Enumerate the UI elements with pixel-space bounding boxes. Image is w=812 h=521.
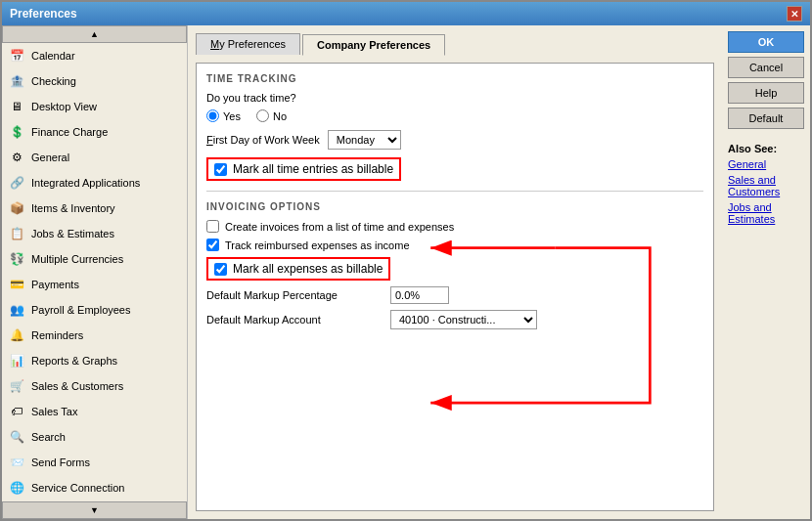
sidebar-item-label: Desktop View	[31, 101, 97, 112]
no-label: No	[273, 110, 287, 122]
sidebar-item-search[interactable]: 🔍 Search	[2, 424, 187, 450]
yes-radio[interactable]	[206, 109, 219, 122]
sidebar-item-jobs-estimates[interactable]: 📋 Jobs & Estimates	[2, 221, 187, 246]
yes-label: Yes	[223, 110, 241, 122]
tab-company-preferences[interactable]: Company Preferences	[302, 34, 445, 56]
sidebar-item-checking[interactable]: 🏦 Checking	[2, 68, 187, 94]
default-markup-account-select[interactable]: 40100 · Constructi...	[390, 310, 537, 329]
also-see-jobs-link[interactable]: Jobs and Estimates	[728, 201, 804, 225]
sidebar-item-items-inventory[interactable]: 📦 Items & Inventory	[2, 195, 187, 221]
tab-company-preferences-label: Company Preferences	[317, 39, 430, 51]
sidebar-item-desktop-view[interactable]: 🖥 Desktop View	[2, 94, 187, 119]
track-reimbursed-checkbox[interactable]	[206, 239, 219, 251]
sidebar: ▲ 📅 Calendar 🏦 Checking 🖥 Desktop View 💲…	[2, 25, 188, 519]
checking-icon: 🏦	[8, 72, 25, 90]
preferences-dialog: Preferences ✕ ▲ 📅 Calendar 🏦 Checking 🖥 …	[0, 0, 812, 521]
also-see-title: Also See:	[728, 143, 804, 154]
general-icon: ⚙	[8, 149, 25, 166]
jobs-icon: 📋	[8, 225, 25, 242]
calendar-icon: 📅	[8, 47, 25, 65]
currencies-icon: 💱	[8, 250, 25, 268]
right-panel: OK Cancel Help Default Also See: General…	[722, 25, 810, 519]
sidebar-item-label: General	[31, 152, 69, 163]
sidebar-item-sales-tax[interactable]: 🏷 Sales Tax	[2, 399, 187, 424]
dialog-body: ▲ 📅 Calendar 🏦 Checking 🖥 Desktop View 💲…	[2, 25, 810, 519]
content-panel: TIME TRACKING Do you track time? Yes No	[196, 63, 714, 511]
help-button[interactable]: Help	[728, 82, 804, 104]
ok-button[interactable]: OK	[728, 31, 804, 53]
also-see-general-link[interactable]: General	[728, 158, 804, 170]
create-invoices-label: Create invoices from a list of time and …	[225, 221, 454, 233]
sidebar-item-payments[interactable]: 💳 Payments	[2, 272, 187, 297]
sidebar-item-multiple-currencies[interactable]: 💱 Multiple Currencies	[2, 246, 187, 272]
mark-expenses-checkbox[interactable]	[214, 263, 227, 276]
sidebar-item-service-connection[interactable]: 🌐 Service Connection	[2, 475, 187, 500]
sidebar-item-general[interactable]: ⚙ General	[2, 145, 187, 170]
yes-radio-option[interactable]: Yes	[206, 109, 241, 122]
sidebar-item-label: Payroll & Employees	[31, 304, 131, 316]
sidebar-item-payroll[interactable]: 👥 Payroll & Employees	[2, 297, 187, 323]
default-markup-percentage-row: Default Markup Percentage	[206, 286, 703, 304]
sidebar-item-finance-charge[interactable]: 💲 Finance Charge	[2, 119, 187, 145]
payments-icon: 💳	[8, 276, 25, 293]
track-reimbursed-label: Track reimbursed expenses as income	[225, 239, 410, 251]
sidebar-item-label: Payments	[31, 279, 79, 290]
mark-expenses-label: Mark all expenses as billable	[233, 262, 383, 276]
sidebar-item-label: Finance Charge	[31, 126, 108, 138]
sidebar-item-send-forms[interactable]: 📨 Send Forms	[2, 450, 187, 475]
sidebar-item-label: Reminders	[31, 329, 83, 341]
default-markup-percentage-label: Default Markup Percentage	[206, 289, 383, 301]
sidebar-item-sales-customers[interactable]: 🛒 Sales & Customers	[2, 373, 187, 399]
default-markup-account-label: Default Markup Account	[206, 314, 383, 326]
default-markup-percentage-input[interactable]	[390, 286, 449, 304]
payroll-icon: 👥	[8, 301, 25, 319]
sidebar-scroll: 📅 Calendar 🏦 Checking 🖥 Desktop View 💲 F…	[2, 43, 187, 501]
sidebar-item-label: Multiple Currencies	[31, 253, 123, 265]
mark-billable-row: Mark all time entries as billable	[206, 157, 703, 181]
inventory-icon: 📦	[8, 199, 25, 217]
reports-icon: 📊	[8, 352, 25, 369]
scroll-down-button[interactable]: ▼	[2, 501, 187, 519]
reminders-icon: 🔔	[8, 326, 25, 344]
sidebar-item-label: Send Forms	[31, 456, 90, 468]
create-invoices-checkbox[interactable]	[206, 220, 219, 233]
mark-expenses-billable-row: Mark all expenses as billable	[206, 257, 703, 281]
no-radio-option[interactable]: No	[256, 109, 287, 122]
sidebar-item-label: Calendar	[31, 50, 75, 62]
first-day-row: First Day of Work Week Monday Sunday Sat…	[206, 130, 703, 150]
send-icon: 📨	[8, 454, 25, 471]
sidebar-item-label: Search	[31, 431, 66, 443]
title-bar: Preferences ✕	[2, 2, 810, 25]
cancel-button[interactable]: Cancel	[728, 57, 804, 78]
default-button[interactable]: Default	[728, 108, 804, 129]
section-divider	[206, 191, 703, 192]
track-time-radio-group: Yes No	[206, 109, 703, 122]
create-invoices-row: Create invoices from a list of time and …	[206, 220, 703, 233]
sidebar-item-integrated-apps[interactable]: 🔗 Integrated Applications	[2, 170, 187, 195]
sidebar-item-reports[interactable]: 📊 Reports & Graphs	[2, 348, 187, 373]
search-icon: 🔍	[8, 428, 25, 446]
close-button[interactable]: ✕	[787, 6, 802, 22]
no-radio[interactable]	[256, 109, 269, 122]
tax-icon: 🏷	[8, 403, 25, 420]
integrated-icon: 🔗	[8, 174, 25, 192]
sidebar-item-reminders[interactable]: 🔔 Reminders	[2, 323, 187, 348]
sidebar-item-label: Checking	[31, 75, 76, 87]
main-area: My Preferences Company Preferences TIME …	[188, 25, 722, 519]
sidebar-item-label: Service Connection	[31, 482, 124, 494]
scroll-up-button[interactable]: ▲	[2, 25, 187, 43]
finance-icon: 💲	[8, 123, 25, 141]
sidebar-item-label: Sales Tax	[31, 406, 78, 417]
service-icon: 🌐	[8, 479, 25, 497]
sidebar-item-label: Integrated Applications	[31, 177, 140, 189]
invoicing-section-title: INVOICING OPTIONS	[206, 201, 703, 212]
sidebar-item-label: Items & Inventory	[31, 202, 115, 214]
tab-my-preferences-label: My Preferences	[210, 38, 286, 50]
sidebar-item-calendar[interactable]: 📅 Calendar	[2, 43, 187, 68]
sidebar-item-label: Jobs & Estimates	[31, 228, 114, 239]
also-see-sales-link[interactable]: Sales and Customers	[728, 174, 804, 197]
tab-my-preferences[interactable]: My Preferences	[196, 33, 300, 55]
sales-icon: 🛒	[8, 377, 25, 395]
mark-billable-checkbox[interactable]	[214, 163, 227, 176]
first-day-select[interactable]: Monday Sunday Saturday	[328, 130, 401, 150]
